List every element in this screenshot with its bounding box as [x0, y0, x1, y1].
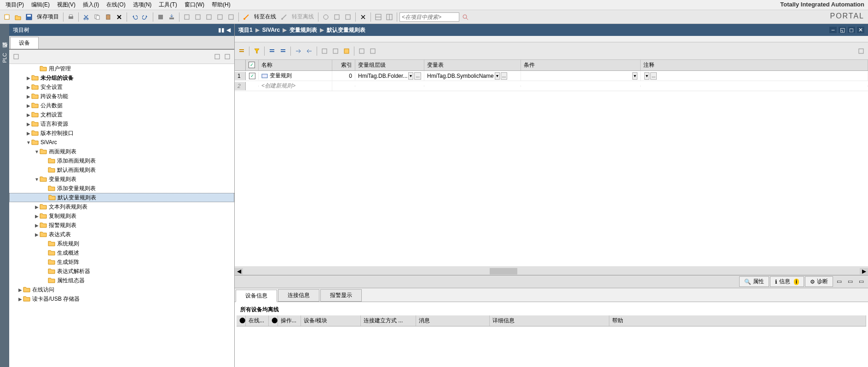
undo-icon[interactable]	[129, 12, 139, 22]
tree-tb-icon-3[interactable]	[222, 52, 232, 62]
tree-tb-icon-1[interactable]	[11, 52, 21, 62]
menu-online[interactable]: 在线(O)	[103, 0, 129, 10]
insp-col-msg[interactable]: 消息	[416, 315, 490, 326]
ed-tb-8[interactable]	[341, 46, 352, 56]
menu-view[interactable]: 视图(V)	[53, 0, 79, 10]
insp-col-op[interactable]: 操作...	[278, 315, 301, 326]
insp-min-icon[interactable]: ▭	[834, 276, 844, 286]
cell-comment[interactable]: ▾ ...	[641, 71, 868, 81]
ed-tb-7[interactable]	[330, 46, 341, 56]
tree-node[interactable]: ▶文本列表规则表	[9, 202, 234, 211]
insp-col-icon2[interactable]: ⬤	[269, 315, 278, 326]
menu-tools[interactable]: 工具(T)	[155, 0, 180, 10]
restore-icon[interactable]: ◱	[839, 27, 846, 33]
tb-icon-7[interactable]	[332, 12, 342, 22]
tree-node[interactable]: 添加画面规则表	[9, 156, 234, 165]
ed-tb-1[interactable]	[237, 46, 247, 56]
tree-node[interactable]: ▶读卡器/USB 存储器	[9, 294, 234, 303]
go-offline-icon[interactable]	[279, 12, 289, 22]
tree-arrow-icon[interactable]: ◀	[226, 27, 231, 33]
rules-grid[interactable]: 名称 索引 变量组层级 变量表 条件 注释 1 变量规则 0	[235, 60, 868, 267]
cell-group[interactable]: HmiTag.DB.Folder... ▾ ...	[355, 71, 424, 81]
cell-name[interactable]: 变量规则	[259, 71, 332, 81]
ed-tb-4[interactable]	[293, 46, 303, 56]
left-strip[interactable]: PLC 编程	[0, 24, 9, 367]
insp-col-icon1[interactable]: ⬤	[237, 315, 246, 326]
tree-toggle-icon[interactable]: ▶	[26, 122, 31, 127]
open-project-icon[interactable]	[13, 12, 23, 22]
tree-node[interactable]: 生成矩阵	[9, 257, 234, 267]
search-icon[interactable]	[460, 12, 470, 22]
hdr-index[interactable]: 索引	[332, 60, 355, 70]
tree-node[interactable]: ▶公共数据	[9, 101, 234, 110]
cell-index[interactable]: 0	[332, 72, 355, 80]
menu-project[interactable]: 项目(P)	[2, 0, 28, 10]
tree-toggle-icon[interactable]: ▼	[26, 140, 31, 145]
hscrollbar[interactable]: ◀ ▶	[235, 267, 868, 275]
insp-col-help[interactable]: 帮助	[609, 315, 866, 326]
insp-col-device[interactable]: 设备/模块	[301, 315, 361, 326]
bc-seg-2[interactable]: 变量规则表	[289, 26, 317, 34]
tree-node[interactable]: 表达式解析器	[9, 267, 234, 276]
cut-icon[interactable]	[81, 12, 91, 22]
tree-node[interactable]: 生成概述	[9, 248, 234, 257]
hdr-group[interactable]: 变量组层级	[355, 60, 424, 70]
tb-icon-3[interactable]	[204, 12, 214, 22]
close-icon[interactable]	[358, 12, 368, 22]
tree-tb-icon-2[interactable]	[212, 52, 222, 62]
compile-icon[interactable]	[156, 12, 166, 22]
dropdown-icon[interactable]: ▾	[632, 72, 637, 80]
paste-icon[interactable]	[103, 12, 113, 22]
ed-tb-2[interactable]	[267, 46, 277, 56]
tb-icon-6[interactable]	[321, 12, 331, 22]
dropdown-icon[interactable]: ▾	[495, 72, 500, 80]
tree-node[interactable]: ▶版本控制接口	[9, 128, 234, 138]
tree-node[interactable]: ▶报警规则表	[9, 221, 234, 230]
cell-cond[interactable]: ▾	[521, 71, 641, 81]
tb-icon-8[interactable]	[343, 12, 353, 22]
delete-icon[interactable]	[114, 12, 124, 22]
tree-toggle-icon[interactable]: ▶	[34, 223, 40, 228]
subtab-conn-info[interactable]: 连接信息	[278, 289, 319, 302]
bc-seg-0[interactable]: 项目1	[238, 26, 253, 34]
dropdown-icon[interactable]: ▾	[644, 72, 649, 80]
ed-tb-5[interactable]	[304, 46, 314, 56]
tree-toggle-icon[interactable]: ▶	[34, 204, 40, 210]
hdr-comment[interactable]: 注释	[641, 60, 868, 70]
save-icon[interactable]	[24, 12, 34, 22]
tree-body[interactable]: 用户管理▶未分组的设备▶安全设置▶跨设备功能▶公共数据▶文档设置▶语言和资源▶版…	[9, 64, 234, 367]
download-icon[interactable]	[167, 12, 177, 22]
insp-col-conn[interactable]: 连接建立方式 ...	[361, 315, 416, 326]
tree-node[interactable]: ▶表达式表	[9, 230, 234, 239]
hdr-cond[interactable]: 条件	[521, 60, 641, 70]
tree-toggle-icon[interactable]: ▶	[34, 214, 40, 219]
tab-info[interactable]: ℹ信息i	[770, 276, 804, 287]
print-icon[interactable]	[66, 12, 76, 22]
tree-node[interactable]: 属性组态器	[9, 276, 234, 285]
ed-tb-6[interactable]	[319, 46, 330, 56]
browse-icon[interactable]: ...	[650, 72, 657, 80]
split-h-icon[interactable]	[373, 12, 383, 22]
tb-icon-1[interactable]	[182, 12, 192, 22]
scroll-thumb[interactable]	[490, 268, 517, 274]
tree-collapse-icon[interactable]: ▮▮	[218, 27, 225, 33]
ed-tb-3[interactable]	[278, 46, 288, 56]
tb-icon-2[interactable]	[193, 12, 203, 22]
menu-edit[interactable]: 编辑(E)	[28, 0, 53, 10]
tree-node[interactable]: ▼变量规则表	[9, 175, 234, 184]
filter-icon[interactable]	[252, 46, 262, 56]
tree-node[interactable]: ▶文档设置	[9, 110, 234, 119]
copy-icon[interactable]	[92, 12, 102, 22]
tree-node[interactable]: 默认画面规则表	[9, 165, 234, 175]
split-v-icon[interactable]	[384, 12, 394, 22]
tree-node[interactable]: ▶复制规则表	[9, 211, 234, 221]
tree-toggle-icon[interactable]: ▶	[34, 232, 40, 237]
redo-icon[interactable]	[140, 12, 150, 22]
close-window-icon[interactable]: ✕	[857, 27, 864, 33]
tree-node[interactable]: 系统规则	[9, 239, 234, 248]
insp-col-online[interactable]: 在线...	[246, 315, 269, 326]
tree-node[interactable]: ▶跨设备功能	[9, 92, 234, 101]
browse-icon[interactable]: ...	[501, 72, 507, 80]
tree-node[interactable]: ▶在线访问	[9, 285, 234, 294]
hdr-check[interactable]	[246, 60, 259, 70]
